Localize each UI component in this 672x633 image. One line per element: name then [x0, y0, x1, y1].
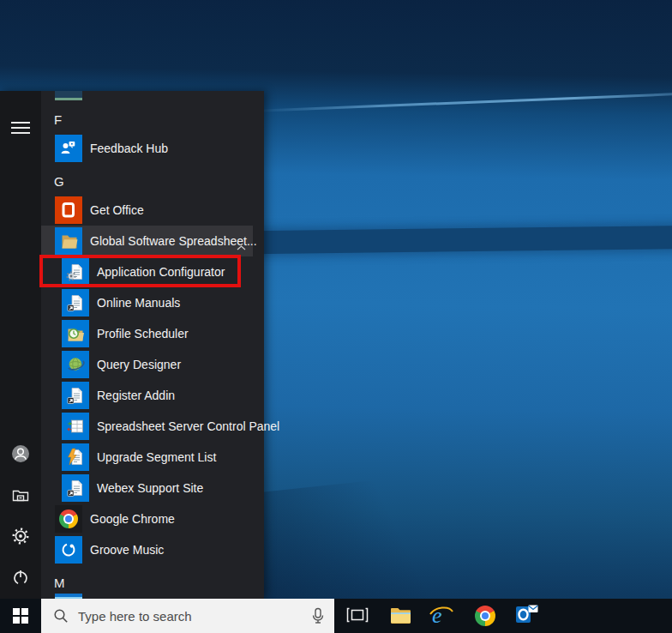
section-letter: M	[54, 570, 65, 596]
start-menu-item-feedback-hub[interactable]: Feedback Hub	[41, 133, 253, 164]
feedback-hub-icon	[55, 135, 82, 162]
groove-icon	[55, 536, 82, 564]
section-header-g[interactable]: G	[41, 169, 253, 195]
app-label: Groove Music	[90, 534, 164, 565]
power-button[interactable]	[9, 566, 33, 590]
document-shortcut-icon	[62, 382, 89, 409]
internet-explorer-button[interactable]: e	[427, 599, 456, 633]
section-letter: G	[54, 169, 64, 195]
user-avatar-icon	[11, 444, 30, 466]
file-explorer-button[interactable]	[386, 599, 415, 633]
outlook-button[interactable]	[512, 599, 541, 633]
app-label: Online Manuals	[97, 287, 180, 318]
svg-text:e: e	[432, 603, 442, 627]
section-letter: F	[54, 107, 62, 133]
start-menu-item-online-manuals[interactable]: Online Manuals	[41, 287, 253, 318]
start-menu-item-profile-scheduler[interactable]: Profile Scheduler	[41, 318, 253, 349]
microphone-icon[interactable]	[309, 606, 327, 625]
search-icon	[52, 607, 69, 624]
folder-clock-icon	[62, 320, 89, 347]
document-gear-icon	[62, 258, 89, 286]
windows-start-icon	[13, 608, 28, 624]
app-label: Profile Scheduler	[97, 318, 189, 349]
chevron-up-icon	[237, 238, 246, 254]
chrome-icon	[475, 606, 495, 626]
power-icon	[11, 568, 30, 589]
start-menu-item-get-office[interactable]: Get Office	[41, 195, 253, 226]
documents-button[interactable]	[9, 484, 33, 508]
section-header-f[interactable]: F	[41, 107, 253, 133]
start-button[interactable]	[6, 599, 35, 633]
chrome-taskbar-button[interactable]	[471, 599, 500, 633]
app-label: Feedback Hub	[90, 133, 168, 164]
settings-gear-icon	[11, 527, 30, 548]
start-menu-item-register-addin[interactable]: Register Addin	[41, 380, 253, 411]
start-menu-item-application-configurator[interactable]: Application Configurator	[41, 256, 253, 287]
app-label: Application Configurator	[97, 256, 225, 287]
start-menu-item-query-designer[interactable]: Query Designer	[41, 349, 253, 380]
app-label: Query Designer	[97, 349, 181, 380]
spreadsheet-grid-icon	[62, 413, 89, 440]
user-account-button[interactable]	[9, 443, 33, 467]
file-explorer-icon	[389, 605, 412, 628]
app-label: Upgrade Segment List	[97, 442, 216, 473]
document-shortcut-icon	[62, 289, 89, 316]
start-menu-item-upgrade-segment-list[interactable]: Upgrade Segment List	[41, 442, 253, 473]
app-label: Spreadsheet Server Control Panel	[97, 411, 279, 442]
documents-icon	[11, 485, 30, 507]
start-menu-item-spreadsheet-server-control-panel[interactable]: Spreadsheet Server Control Panel	[41, 411, 253, 442]
outlook-icon	[514, 603, 539, 629]
globe-icon	[62, 351, 89, 378]
desktop: FFeedback HubGGet OfficeGlobal Software …	[0, 0, 672, 633]
start-menu-item-webex-support-site[interactable]: Webex Support Site	[41, 473, 253, 503]
app-label: Get Office	[90, 195, 144, 226]
internet-explorer-icon: e	[429, 603, 454, 630]
start-menu: FFeedback HubGGet OfficeGlobal Software …	[0, 91, 264, 599]
hamburger-menu-icon	[11, 122, 30, 134]
task-view-button[interactable]	[343, 599, 372, 633]
get-office-icon	[55, 196, 82, 224]
search-placeholder: Type here to search	[78, 609, 192, 624]
start-menu-rail	[0, 91, 41, 599]
document-shortcut-icon	[62, 474, 89, 502]
folder-icon	[55, 227, 82, 255]
taskbar-search[interactable]: Type here to search	[41, 599, 334, 633]
start-menu-item-global-software-spreadsheet[interactable]: Global Software Spreadsheet...	[41, 226, 253, 256]
task-view-icon	[346, 606, 369, 627]
app-label: Webex Support Site	[97, 473, 203, 503]
app-label: Global Software Spreadsheet...	[90, 226, 257, 256]
document-bolt-icon	[62, 443, 89, 471]
app-label: Register Addin	[97, 380, 175, 411]
taskbar: Type here to search e	[0, 599, 672, 633]
partial-tile-top	[55, 91, 82, 100]
start-menu-item-google-chrome[interactable]: Google Chrome	[41, 503, 253, 534]
app-label: Google Chrome	[90, 503, 175, 534]
settings-button[interactable]	[9, 525, 33, 549]
start-menu-app-list: FFeedback HubGGet OfficeGlobal Software …	[41, 91, 264, 599]
expand-menu-button[interactable]	[9, 116, 33, 140]
section-header-m[interactable]: M	[41, 570, 253, 596]
start-menu-item-groove-music[interactable]: Groove Music	[41, 534, 253, 565]
chrome-icon	[55, 505, 82, 533]
